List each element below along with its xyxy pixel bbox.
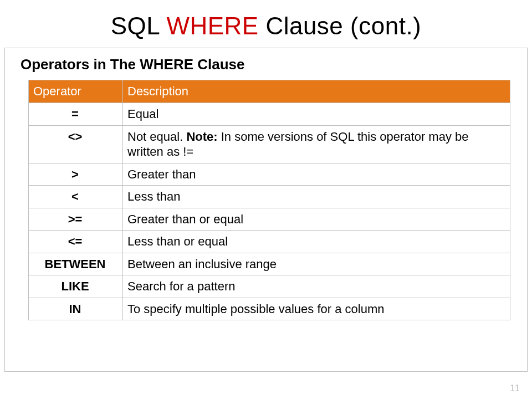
operator-cell: >: [29, 163, 123, 186]
operator-cell: <: [29, 186, 123, 208]
table-row: = Equal: [29, 103, 510, 126]
content-box: Operators in The WHERE Clause Operator D…: [4, 48, 528, 372]
description-cell: Equal: [123, 103, 510, 126]
table-row: <= Less than or equal: [29, 231, 510, 253]
description-cell: Not equal. Note: In some versions of SQL…: [123, 125, 510, 163]
operator-cell: LIKE: [29, 275, 123, 298]
description-cell: Greater than or equal: [123, 208, 510, 231]
operators-table: Operator Description = Equal <> Not equa…: [28, 80, 510, 320]
description-cell: Search for a pattern: [123, 275, 510, 298]
table-row: >= Greater than or equal: [29, 208, 510, 231]
header-operator: Operator: [29, 80, 123, 103]
header-description: Description: [123, 80, 510, 103]
desc-pre: Not equal.: [127, 130, 186, 144]
table-row: > Greater than: [29, 163, 510, 186]
table-row: LIKE Search for a pattern: [29, 275, 510, 298]
table-row: < Less than: [29, 186, 510, 208]
title-post: Clause (cont.): [259, 12, 422, 39]
table-row: IN To specify multiple possible values f…: [29, 298, 510, 320]
title-pre: SQL: [111, 12, 167, 39]
description-cell: Less than: [123, 186, 510, 208]
table-row: BETWEEN Between an inclusive range: [29, 253, 510, 275]
operator-cell: IN: [29, 298, 123, 320]
description-cell: To specify multiple possible values for …: [123, 298, 510, 320]
title-keyword: WHERE: [166, 12, 258, 39]
description-cell: Between an inclusive range: [123, 253, 510, 275]
note-label: Note:: [186, 130, 217, 144]
description-cell: Greater than: [123, 163, 510, 186]
operator-cell: <>: [29, 125, 123, 163]
operator-cell: =: [29, 103, 123, 126]
table-row: <> Not equal. Note: In some versions of …: [29, 125, 510, 163]
slide-title: SQL WHERE Clause (cont.): [0, 12, 532, 40]
table-header-row: Operator Description: [29, 80, 510, 103]
description-cell: Less than or equal: [123, 231, 510, 253]
subtitle: Operators in The WHERE Clause: [21, 56, 516, 73]
operator-cell: BETWEEN: [29, 253, 123, 275]
page-number: 11: [510, 383, 520, 393]
operator-cell: <=: [29, 231, 123, 253]
slide: SQL WHERE Clause (cont.) Operators in Th…: [0, 0, 532, 399]
operator-cell: >=: [29, 208, 123, 231]
